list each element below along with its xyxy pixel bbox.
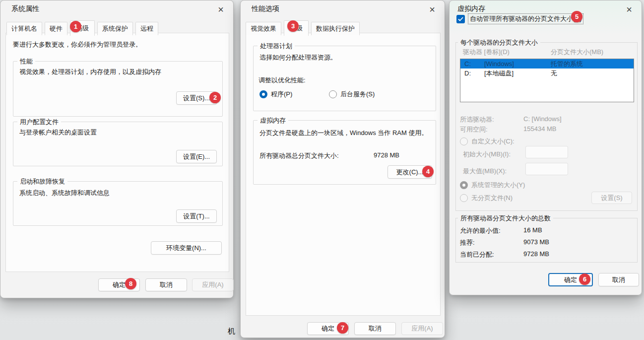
step-badge-5: 5 (571, 11, 582, 22)
tab-visual-effects[interactable]: 视觉效果 (246, 22, 281, 35)
cancel-button[interactable]: 取消 (145, 278, 187, 291)
cancel-button[interactable]: 取消 (598, 273, 639, 286)
drive-letter: D: (464, 68, 471, 78)
radio-on-disabled-icon (460, 181, 468, 189)
dialog-title: 系统属性 (11, 4, 39, 13)
radio-off-icon (460, 194, 468, 202)
advanced-tabpage: 处理器计划 选择如何分配处理器资源。 调整以优化性能: 程序(P) 后台服务(S… (246, 33, 441, 316)
step-badge-8: 8 (125, 278, 136, 289)
radio-system-managed-label: 系统管理的大小(Y) (471, 181, 525, 190)
startup-recovery-desc: 系统启动、系统故障和调试信息 (19, 189, 110, 198)
startup-settings-button[interactable]: 设置(T)... (176, 209, 217, 223)
recommended-label: 推荐: (460, 238, 475, 247)
auto-manage-checkbox[interactable]: 自动管理所有驱动器的分页文件大小(A) (456, 13, 583, 24)
background-text-fragment: 机 (228, 327, 235, 336)
close-icon[interactable]: × (426, 3, 439, 16)
adjust-for-label: 调整以优化性能: (258, 76, 306, 85)
drive-listbox[interactable]: C: [Windows] 托管的系统 D: [本地磁盘] 无 (460, 59, 634, 102)
drive-volume: [Windows] (484, 59, 514, 68)
radio-background-services[interactable]: 后台服务(S) (329, 90, 375, 99)
startup-recovery-group: 启动和故障恢复 系统启动、系统故障和调试信息 设置(T)... (13, 181, 223, 226)
drive-letter: C: (464, 59, 471, 68)
user-profiles-group: 用户配置文件 与登录帐户相关的桌面设置 设置(E)... (13, 122, 223, 166)
performance-desc: 视觉效果，处理器计划，内存使用，以及虚拟内存 (19, 68, 161, 76)
environment-variables-button[interactable]: 环境变量(N)... (151, 241, 222, 255)
step-badge-7: 7 (337, 322, 348, 334)
radio-system-managed: 系统管理的大小(Y) (460, 181, 525, 190)
min-allowed-label: 允许的最小值: (460, 226, 501, 235)
totals-group-label: 所有驱动器分页文件大小的总数 (458, 214, 553, 223)
per-drive-group-label: 每个驱动器的分页文件大小 (458, 38, 540, 47)
drive-row[interactable]: D: [本地磁盘] 无 (460, 68, 634, 78)
close-icon[interactable]: × (214, 3, 227, 16)
selected-drive-value: C: [Windows] (523, 115, 562, 123)
virtual-memory-group: 虚拟内存 分页文件是硬盘上的一块区域，Windows 当作 RAM 使用。 所有… (253, 120, 436, 185)
dialog-title: 性能选项 (252, 4, 279, 13)
radio-off-icon (460, 137, 468, 145)
step-badge-4: 4 (422, 166, 434, 177)
set-button: 设置(S) (591, 192, 632, 204)
radio-custom-size: 自定义大小(C): (460, 137, 515, 146)
radio-on-icon (259, 90, 267, 98)
max-size-input (525, 163, 568, 175)
close-icon[interactable]: × (623, 3, 636, 16)
currently-allocated-label: 当前已分配: (460, 250, 494, 259)
currently-allocated-value: 9728 MB (523, 250, 549, 258)
recommended-value: 9073 MB (523, 238, 549, 246)
auto-manage-label: 自动管理所有驱动器的分页文件大小(A) (468, 13, 583, 24)
free-space-label: 可用空间: (460, 125, 488, 134)
tab-dep[interactable]: 数据执行保护 (311, 22, 360, 35)
radio-background-services-label: 后台服务(S) (340, 90, 375, 99)
virtual-memory-group-label: 虚拟内存 (258, 116, 288, 125)
step-badge-6: 6 (579, 273, 590, 285)
cancel-button[interactable]: 取消 (354, 322, 396, 335)
column-header-size: 分页文件大小(MB) (551, 48, 603, 57)
step-badge-3: 3 (287, 20, 299, 32)
checkbox-checked-icon (456, 15, 465, 23)
startup-recovery-group-label: 启动和故障恢复 (17, 177, 67, 186)
free-space-value: 155434 MB (523, 125, 557, 133)
tab-system-protection[interactable]: 系统保护 (97, 22, 133, 35)
paging-file-desc: 分页文件是硬盘上的一块区域，Windows 当作 RAM 使用。 (259, 129, 428, 137)
min-allowed-value: 16 MB (523, 226, 542, 234)
system-properties-dialog: 系统属性 × 计算机名 硬件 高级 系统保护 远程 要进行大多数更改，你必须作为… (0, 0, 234, 298)
max-size-label: 最大值(MB)(X): (463, 167, 507, 176)
per-drive-group: 每个驱动器的分页文件大小 驱动器 [卷标](D) 分页文件大小(MB) C: [… (455, 42, 638, 211)
processor-scheduling-group: 处理器计划 选择如何分配处理器资源。 调整以优化性能: 程序(P) 后台服务(S… (253, 46, 436, 111)
drive-paging-size: 托管的系统 (551, 59, 583, 68)
performance-group: 性能 视觉效果，处理器计划，内存使用，以及虚拟内存 设置(S)... (13, 61, 223, 117)
virtual-memory-dialog: 虚拟内存 × 自动管理所有驱动器的分页文件大小(A) 每个驱动器的分页文件大小 … (449, 0, 642, 295)
total-paging-label: 所有驱动器总分页文件大小: (259, 151, 339, 160)
radio-off-icon (329, 90, 337, 98)
performance-group-label: 性能 (17, 57, 35, 66)
initial-size-input (525, 146, 568, 158)
radio-no-paging: 无分页文件(N) (460, 194, 513, 203)
drive-row-selected[interactable]: C: [Windows] 托管的系统 (460, 59, 634, 68)
user-profiles-desc: 与登录帐户相关的桌面设置 (19, 128, 97, 137)
dialog-title: 虚拟内存 (457, 4, 485, 13)
total-paging-value: 9728 MB (374, 151, 399, 159)
admin-note-text: 要进行大多数更改，你必须作为管理员登录。 (13, 40, 142, 49)
system-properties-tabstrip: 计算机名 硬件 高级 系统保护 远程 (6, 20, 158, 35)
performance-options-tabstrip: 视觉效果 高级 数据执行保护 (246, 20, 360, 35)
initial-size-label: 初始大小(MB)(I): (463, 150, 511, 159)
user-profiles-group-label: 用户配置文件 (17, 118, 61, 127)
processor-desc: 选择如何分配处理器资源。 (259, 53, 337, 62)
apply-button: 应用(A) (401, 322, 443, 335)
processor-scheduling-group-label: 处理器计划 (258, 42, 295, 51)
step-badge-2: 2 (209, 92, 221, 103)
tab-remote[interactable]: 远程 (135, 22, 158, 35)
step-badge-1: 1 (70, 21, 81, 32)
drive-volume: [本地磁盘] (484, 68, 514, 78)
apply-button: 应用(A) (192, 278, 234, 291)
radio-no-paging-label: 无分页文件(N) (471, 194, 513, 203)
advanced-tabpage: 要进行大多数更改，你必须作为管理员登录。 性能 视觉效果，处理器计划，内存使用，… (5, 33, 229, 272)
tab-hardware[interactable]: 硬件 (45, 22, 67, 35)
totals-group: 所有驱动器分页文件大小的总数 允许的最小值: 16 MB 推荐: 9073 MB… (455, 218, 638, 263)
radio-programs-label: 程序(P) (271, 90, 292, 99)
selected-drive-label: 所选驱动器: (460, 115, 494, 124)
performance-options-dialog: 性能选项 × 视觉效果 高级 数据执行保护 处理器计划 选择如何分配处理器资源。… (240, 0, 445, 338)
radio-programs[interactable]: 程序(P) (259, 90, 292, 99)
tab-computer-name[interactable]: 计算机名 (6, 22, 42, 35)
user-profiles-settings-button[interactable]: 设置(E)... (176, 150, 217, 163)
